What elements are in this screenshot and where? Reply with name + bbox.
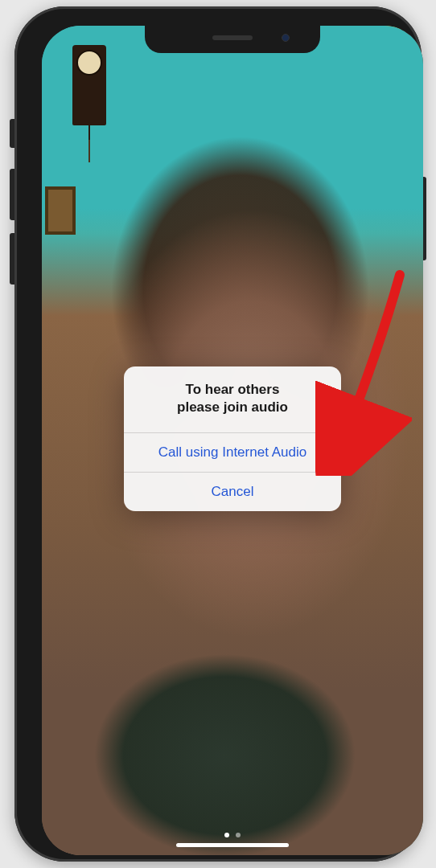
cancel-button[interactable]: Cancel: [124, 473, 341, 511]
dialog-message-line-1: To hear others: [137, 381, 328, 399]
page-indicator: [224, 833, 241, 837]
screen: To hear others please join audio Call us…: [42, 26, 423, 855]
phone-frame: To hear others please join audio Call us…: [14, 6, 422, 862]
dialog-message-line-2: please join audio: [137, 399, 328, 416]
background-clock: [72, 45, 106, 125]
audio-join-dialog: To hear others please join audio Call us…: [124, 366, 341, 511]
front-camera: [282, 34, 290, 42]
home-indicator[interactable]: [176, 843, 289, 847]
call-internet-audio-button[interactable]: Call using Internet Audio: [124, 433, 341, 472]
speaker-grille: [212, 35, 253, 40]
background-picture-frame: [45, 186, 76, 235]
dialog-message: To hear others please join audio: [124, 366, 341, 432]
device-notch: [145, 26, 320, 53]
